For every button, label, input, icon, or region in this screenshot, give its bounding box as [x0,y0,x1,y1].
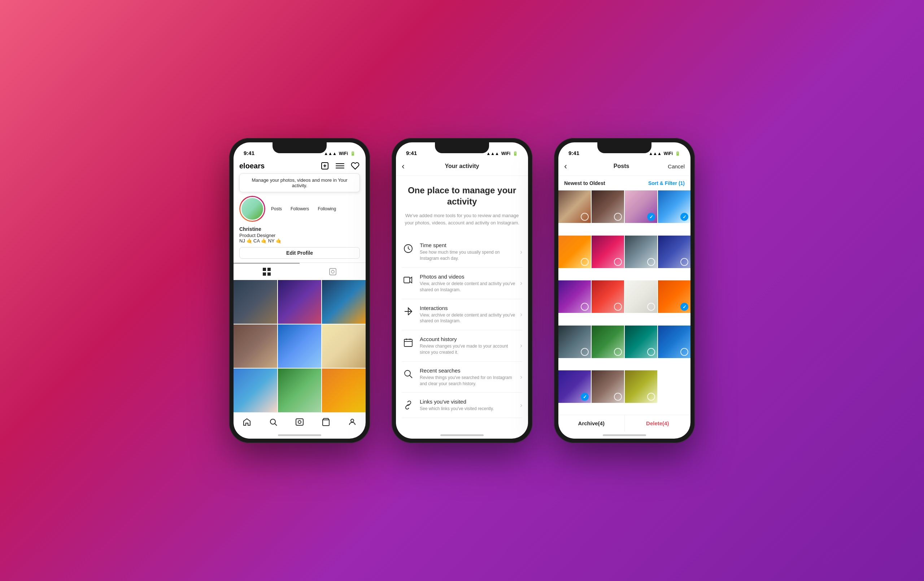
profile-top-bar: eloears [239,158,360,174]
edit-profile-button[interactable]: Edit Profile [239,247,360,259]
stat-posts[interactable]: Posts [271,206,282,211]
posts-cell-7[interactable] [625,235,657,268]
posts-cell-10[interactable] [592,280,624,313]
select-circle-8 [680,258,688,266]
battery-icon: 🔋 [350,151,356,156]
activity-item-recent-searches[interactable]: Recent searches Review things you've sea… [402,362,522,393]
stat-following-label: Following [318,206,336,211]
nav-home[interactable] [234,415,260,429]
photo-cell-2[interactable] [278,280,322,324]
posts-cell-3[interactable]: ✓ [625,190,657,223]
activity-content: One place to manage your activity We've … [396,176,528,431]
nav-search[interactable] [260,415,286,429]
calendar-icon [402,336,415,349]
signal-icon-2: ▲▲▲ [486,151,499,156]
photo-cell-5[interactable] [278,324,322,368]
back-button-2[interactable]: ‹ [402,161,412,171]
battery-icon-3: 🔋 [675,151,680,156]
svg-point-26 [404,370,410,376]
posts-cell-16[interactable] [658,326,690,358]
account-history-title: Account history [420,336,517,342]
activity-item-time-spent[interactable]: Time spent See how much time you usually… [402,236,522,268]
menu-icon[interactable] [335,161,345,170]
posts-cell-19[interactable] [625,370,657,403]
add-icon[interactable] [320,161,330,170]
posts-cell-13[interactable] [558,326,591,358]
posts-cell-6[interactable] [592,235,624,268]
interactions-desc: View, archive or delete content and acti… [420,312,517,324]
activity-item-interactions[interactable]: Interactions View, archive or delete con… [402,299,522,331]
photo-cell-8[interactable] [278,369,322,412]
bottom-nav-1 [234,412,366,431]
activity-header-title: Your activity [445,163,479,169]
posts-cell-1[interactable] [558,190,591,223]
sort-filter-button[interactable]: Sort & Filter (1) [648,180,685,186]
activity-item-links-visited[interactable]: Links you've visited See which links you… [402,393,522,418]
delete-button[interactable]: Delete(4) [625,415,691,431]
photo-cell-9[interactable] [322,369,366,412]
photo-cell-4[interactable] [234,324,277,368]
posts-cell-20[interactable] [658,370,690,403]
tab-tagged[interactable] [300,263,366,280]
svg-rect-6 [263,268,266,271]
stat-posts-label: Posts [271,206,282,211]
cancel-button[interactable]: Cancel [668,163,685,169]
home-indicator-2 [396,431,528,439]
posts-cell-14[interactable] [592,326,624,358]
search-icon [402,367,415,381]
activity-item-photos-videos[interactable]: Photos and videos View, archive or delet… [402,268,522,299]
nav-shop[interactable] [313,415,339,429]
posts-cell-11[interactable] [625,280,657,313]
stat-following[interactable]: Following [318,206,336,211]
svg-point-17 [351,419,354,422]
status-icons-3: ▲▲▲ WiFi 🔋 [648,151,680,156]
photo-cell-6[interactable] [322,324,366,368]
phone-1-screen: 9:41 ▲▲▲ WiFi 🔋 eloears [234,142,366,439]
avatar-inner [240,197,264,221]
activity-hero-title: One place to manage your activity [402,185,522,207]
photos-videos-text: Photos and videos View, archive or delet… [420,273,517,293]
nav-reels[interactable] [286,415,313,429]
tooltip-banner: Manage your photos, videos and more in Y… [239,174,360,192]
signal-icon: ▲▲▲ [324,151,337,156]
photo-cell-7[interactable] [234,369,277,412]
profile-top-icons [320,161,360,170]
posts-cell-15[interactable] [625,326,657,358]
phone-3-screen: 9:41 ▲▲▲ WiFi 🔋 ‹ Posts Cancel Newest to… [558,142,690,439]
svg-rect-10 [330,268,336,275]
activity-item-account-history[interactable]: Account history Review changes you've ma… [402,330,522,362]
account-history-text: Account history Review changes you've ma… [420,336,517,356]
posts-cell-17[interactable]: ✓ [558,370,591,403]
status-time-3: 9:41 [568,150,579,156]
svg-point-12 [271,419,276,424]
back-button-3[interactable]: ‹ [564,161,575,171]
nav-profile[interactable] [339,415,366,429]
profile-header: eloears [234,158,366,263]
select-circle-4: ✓ [680,213,688,221]
posts-cell-12[interactable]: ✓ [658,280,690,313]
posts-cell-5[interactable] [558,235,591,268]
photo-cell-1[interactable] [234,280,277,324]
select-circle-14 [614,348,622,356]
posts-cell-2[interactable] [592,190,624,223]
stat-followers[interactable]: Followers [290,206,309,211]
select-circle-15 [647,348,655,356]
profile-username: eloears [239,162,264,170]
account-history-desc: Review changes you've made to your accou… [420,343,517,356]
archive-button[interactable]: Archive(4) [558,415,625,431]
posts-cell-18[interactable] [592,370,624,403]
posts-cell-9[interactable] [558,280,591,313]
wifi-icon-3: WiFi [664,151,673,156]
heart-icon[interactable] [350,161,360,170]
select-circle-2 [614,213,622,221]
chevron-icon-2: › [520,279,522,287]
tab-grid[interactable] [234,263,300,280]
posts-cell-4[interactable]: ✓ [658,190,690,223]
photo-cell-3[interactable] [322,280,366,324]
profile-info-row: Posts Followers Following [239,196,360,222]
posts-cell-8[interactable] [658,235,690,268]
stat-followers-label: Followers [290,206,309,211]
chevron-icon-1: › [520,248,522,256]
link-icon [402,399,415,412]
home-indicator-3 [558,431,690,439]
